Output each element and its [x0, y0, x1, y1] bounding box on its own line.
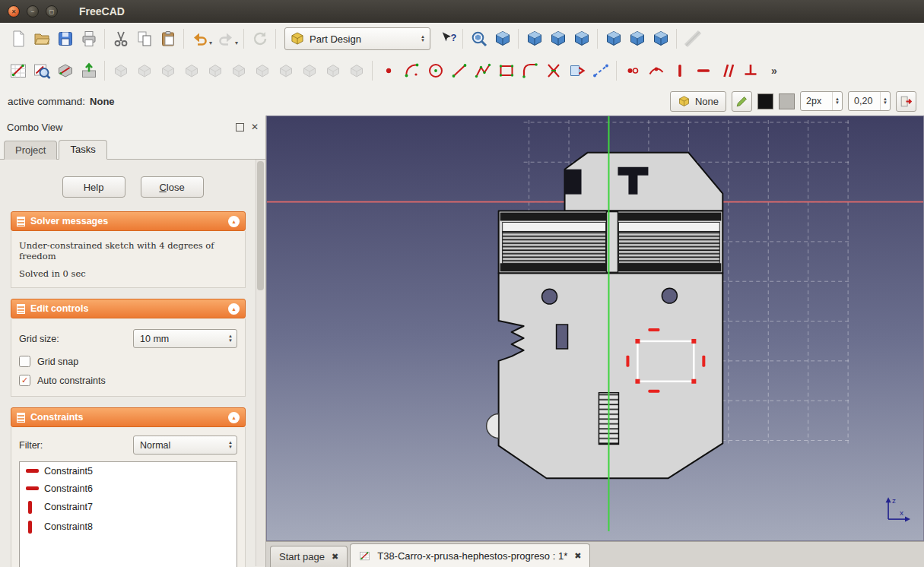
- viewport-3d[interactable]: z x: [266, 116, 924, 541]
- constraint-list-item[interactable]: Constraint6: [20, 480, 237, 497]
- sketch-circle-button[interactable]: [424, 59, 447, 83]
- tab-start-page[interactable]: Start page ✖: [270, 546, 348, 567]
- constrain-parallel-button[interactable]: [715, 59, 738, 83]
- face-color-swatch[interactable]: [779, 93, 795, 109]
- cut-button[interactable]: [109, 27, 132, 51]
- save-document-button[interactable]: [53, 27, 77, 51]
- constraints-header[interactable]: Constraints ▴: [11, 407, 246, 427]
- workbench-selector[interactable]: Part Design▲▼: [284, 27, 430, 50]
- sketch-fillet-button[interactable]: [518, 59, 541, 83]
- open-document-button[interactable]: [30, 27, 53, 51]
- revolution-button[interactable]: [156, 59, 179, 83]
- constrain-vertical-button[interactable]: [668, 59, 691, 83]
- autogroup-button[interactable]: None: [670, 91, 726, 112]
- map-sketch-button[interactable]: [53, 59, 77, 83]
- sketch-rectangle-button[interactable]: [494, 59, 518, 83]
- window-title: FreeCAD: [79, 5, 125, 17]
- close-panel-icon[interactable]: ✕: [251, 122, 259, 131]
- line-color-swatch[interactable]: [757, 93, 773, 109]
- apply-style-button[interactable]: [896, 91, 916, 112]
- fit-all-button[interactable]: [467, 27, 491, 51]
- view-top-button[interactable]: [546, 27, 570, 51]
- constrain-coincident-button[interactable]: [621, 59, 644, 83]
- toolbar-overflow-button[interactable]: »: [762, 59, 786, 83]
- sketch-canvas[interactable]: z x: [267, 116, 923, 540]
- linear-pattern-button[interactable]: [297, 59, 321, 83]
- new-sketch-button[interactable]: [6, 59, 30, 83]
- constrain-horizontal-button[interactable]: [691, 59, 715, 83]
- fillet-feature-button[interactable]: [203, 59, 227, 83]
- constrain-perpendicular-button[interactable]: [738, 59, 762, 83]
- grid-snap-checkbox[interactable]: [19, 356, 30, 367]
- view-axonometric-button[interactable]: [491, 27, 514, 51]
- close-tab-icon[interactable]: ✖: [332, 552, 338, 562]
- refresh-button[interactable]: [248, 27, 271, 51]
- sketch-arc-button[interactable]: [400, 59, 424, 83]
- leave-sketch-button[interactable]: [77, 59, 100, 83]
- whats-this-button[interactable]: ?: [435, 27, 459, 51]
- close-tab-icon[interactable]: ✖: [574, 551, 581, 561]
- task-icon: [17, 413, 25, 423]
- window-maximize-button[interactable]: ◻: [46, 5, 58, 17]
- tab-document[interactable]: T38-Carro-x-prusa-hephestos-progreso : 1…: [350, 543, 590, 567]
- view-axonometric-icon: [494, 30, 512, 48]
- draft-button[interactable]: [250, 59, 274, 83]
- pad-button[interactable]: [109, 59, 132, 83]
- text-size-spinner[interactable]: 0,20 ▲▼: [848, 91, 891, 111]
- edit-controls-header[interactable]: Edit controls ▴: [11, 299, 246, 318]
- draft-edit-button[interactable]: [732, 91, 752, 112]
- constraint-horizontal-icon: [26, 469, 39, 473]
- mirrored-button[interactable]: [274, 59, 297, 83]
- tab-project[interactable]: Project: [4, 141, 57, 160]
- chamfer-button[interactable]: [227, 59, 250, 83]
- sketch-line-button[interactable]: [447, 59, 471, 83]
- measure-distance-button[interactable]: [681, 27, 704, 51]
- spinner-arrows-icon[interactable]: ▲▼: [880, 92, 890, 110]
- constraint-list-item[interactable]: Constraint8: [20, 517, 237, 537]
- copy-button[interactable]: [132, 27, 156, 51]
- external-geometry-button[interactable]: [565, 59, 589, 83]
- constrain-point-on-object-button[interactable]: [644, 59, 668, 83]
- help-button[interactable]: Help: [62, 176, 125, 198]
- line-width-spinner[interactable]: 2px ▲▼: [800, 91, 843, 111]
- construction-mode-button[interactable]: [589, 59, 612, 83]
- constraint-list[interactable]: Constraint5Constraint6Constraint7Constra…: [19, 461, 237, 567]
- panel-scrollbar[interactable]: [256, 160, 265, 566]
- window-close-button[interactable]: ✕: [8, 5, 20, 17]
- spinner-arrows-icon[interactable]: ▲▼: [832, 92, 842, 110]
- undo-dropdown-arrow[interactable]: ▾: [209, 40, 212, 46]
- collapse-section-icon[interactable]: ▴: [228, 412, 240, 423]
- sketch-polyline-button[interactable]: [471, 59, 494, 83]
- multi-transform-button[interactable]: [345, 59, 368, 83]
- auto-constraints-checkbox[interactable]: ✓: [19, 375, 30, 386]
- close-task-button[interactable]: Close: [141, 176, 204, 198]
- paste-button[interactable]: [156, 27, 179, 51]
- view-rear-button[interactable]: [602, 27, 625, 51]
- print-document-button[interactable]: [77, 27, 100, 51]
- redo-button[interactable]: [214, 27, 237, 51]
- float-panel-icon[interactable]: [236, 123, 244, 131]
- view-sketch-button[interactable]: [30, 59, 53, 83]
- document-tabs: Start page ✖ T38-Carro-x-prusa-hephestos…: [266, 541, 924, 567]
- view-left-button[interactable]: [649, 27, 672, 51]
- solver-messages-header[interactable]: Solver messages ▴: [11, 211, 246, 231]
- pocket-button[interactable]: [132, 59, 156, 83]
- view-front-button[interactable]: [522, 27, 546, 51]
- tab-tasks[interactable]: Tasks: [59, 140, 106, 160]
- sketch-trim-button[interactable]: [541, 59, 565, 83]
- window-minimize-button[interactable]: −: [27, 5, 39, 17]
- collapse-section-icon[interactable]: ▴: [228, 216, 240, 227]
- constraint-list-item[interactable]: Constraint7: [20, 497, 237, 517]
- view-right-button[interactable]: [570, 27, 593, 51]
- constraint-list-item[interactable]: Constraint5: [20, 462, 237, 480]
- view-bottom-button[interactable]: [625, 27, 649, 51]
- grid-size-combobox[interactable]: 10 mm ▲▼: [133, 329, 237, 348]
- scrollbar-thumb[interactable]: [257, 161, 264, 290]
- polar-pattern-button[interactable]: [321, 59, 345, 83]
- constraint-filter-combobox[interactable]: Normal ▲▼: [133, 436, 237, 455]
- collapse-section-icon[interactable]: ▴: [228, 303, 240, 315]
- undo-button[interactable]: [188, 27, 211, 51]
- new-document-button[interactable]: [6, 27, 30, 51]
- sketch-point-button[interactable]: [376, 59, 400, 83]
- groove-button[interactable]: [179, 59, 203, 83]
